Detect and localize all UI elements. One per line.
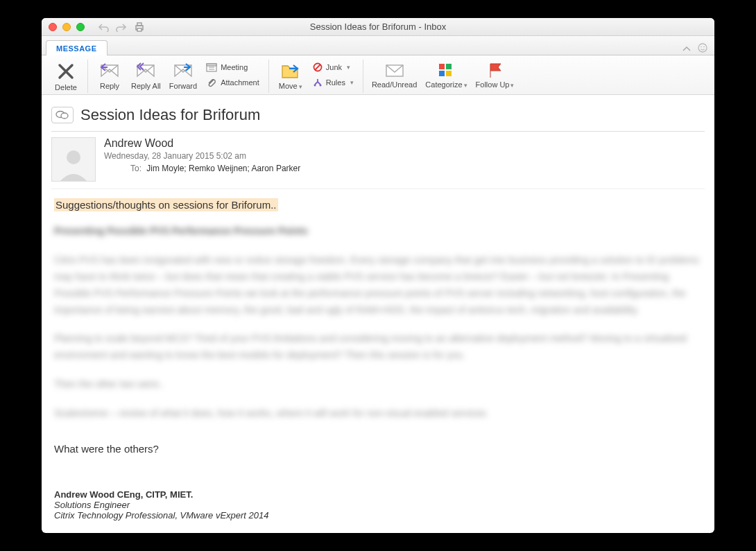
window-title: Session Ideas for Briforum - Inbox bbox=[310, 21, 447, 32]
reply-button[interactable]: Reply bbox=[92, 60, 127, 91]
message-date: Wednesday, 28 January 2015 5:02 am bbox=[104, 151, 300, 161]
to-label: To: bbox=[130, 164, 141, 173]
conversation-icon[interactable] bbox=[51, 107, 74, 123]
highlighted-text: Suggestions/thoughts on sessions for Bri… bbox=[54, 198, 278, 211]
junk-button[interactable]: Junk▾ bbox=[311, 61, 356, 73]
svg-rect-17 bbox=[439, 71, 445, 76]
blurred-paragraph: Scalextreme – review of what it does, ho… bbox=[54, 405, 702, 422]
svg-rect-15 bbox=[439, 64, 445, 69]
signature-title: Solutions Engineer bbox=[54, 500, 702, 510]
print-icon[interactable] bbox=[133, 21, 146, 33]
svg-point-3 bbox=[698, 44, 707, 52]
svg-point-13 bbox=[319, 85, 321, 87]
meeting-label: Meeting bbox=[221, 63, 248, 71]
read-unread-button[interactable]: Read/Unread bbox=[368, 60, 421, 90]
forward-label: Forward bbox=[169, 82, 197, 90]
attachment-label: Attachment bbox=[221, 78, 259, 87]
rules-label: Rules bbox=[326, 78, 345, 87]
redo-icon[interactable] bbox=[115, 21, 128, 33]
svg-point-4 bbox=[701, 46, 702, 48]
delete-label: Delete bbox=[55, 83, 77, 91]
svg-rect-7 bbox=[207, 64, 216, 66]
svg-point-5 bbox=[703, 46, 705, 48]
reply-all-label: Reply All bbox=[131, 82, 161, 90]
smiley-icon[interactable] bbox=[698, 43, 707, 55]
question-text: What were the others? bbox=[54, 443, 702, 455]
forward-button[interactable]: Forward bbox=[165, 60, 201, 91]
meeting-button[interactable]: Meeting bbox=[204, 61, 261, 73]
subject-text: Session Ideas for Briforum bbox=[80, 106, 260, 124]
blurred-heading: Presenting Possible PVS Performance Pres… bbox=[54, 223, 702, 240]
sender-avatar bbox=[51, 137, 96, 182]
categorize-button[interactable]: Categorize▾ bbox=[421, 60, 471, 90]
titlebar: Session Ideas for Briforum - Inbox bbox=[42, 18, 714, 36]
junk-label: Junk bbox=[326, 63, 342, 71]
minimize-button[interactable] bbox=[62, 23, 71, 31]
svg-rect-18 bbox=[446, 71, 452, 76]
sender-name: Andrew Wood bbox=[104, 137, 300, 150]
read-unread-label: Read/Unread bbox=[372, 80, 417, 89]
blurred-paragraph: Then the other two were.. bbox=[54, 376, 702, 393]
attachment-button[interactable]: Attachment bbox=[204, 76, 261, 89]
svg-line-11 bbox=[315, 64, 320, 70]
delete-button[interactable]: Delete bbox=[49, 60, 83, 93]
window-controls bbox=[42, 23, 85, 31]
recipients-list: Jim Moyle; Remko Weijnen; Aaron Parker bbox=[146, 164, 300, 173]
categorize-label: Categorize▾ bbox=[425, 80, 467, 89]
move-button[interactable]: Move▾ bbox=[273, 60, 308, 91]
collapse-ribbon-icon[interactable] bbox=[682, 44, 691, 54]
undo-icon[interactable] bbox=[97, 21, 110, 33]
follow-up-label: Follow Up▾ bbox=[476, 80, 515, 89]
svg-rect-1 bbox=[137, 23, 141, 26]
svg-point-20 bbox=[61, 113, 68, 119]
svg-point-12 bbox=[313, 85, 316, 87]
signature-block: Andrew Wood CEng, CITP, MIET. Solutions … bbox=[54, 489, 702, 521]
message-content: Session Ideas for Briforum Andrew Wood W… bbox=[42, 95, 714, 532]
ribbon: Delete Reply Reply All Forward Meeting bbox=[42, 55, 714, 95]
svg-rect-2 bbox=[137, 28, 141, 31]
svg-rect-16 bbox=[446, 64, 452, 69]
follow-up-button[interactable]: Follow Up▾ bbox=[472, 60, 519, 90]
blurred-paragraph: Citrix PVS has been invigorated with new… bbox=[54, 252, 702, 318]
tab-message[interactable]: MESSAGE bbox=[46, 40, 108, 55]
move-label: Move▾ bbox=[279, 82, 302, 90]
message-body: Suggestions/thoughts on sessions for Bri… bbox=[51, 199, 705, 520]
zoom-button[interactable] bbox=[76, 23, 85, 31]
mail-window: Session Ideas for Briforum - Inbox MESSA… bbox=[42, 18, 714, 532]
tab-bar: MESSAGE bbox=[42, 36, 714, 55]
rules-button[interactable]: Rules▾ bbox=[311, 76, 356, 89]
blurred-paragraph: Planning to scale beyond MCS? Tired of y… bbox=[54, 331, 702, 364]
reply-label: Reply bbox=[100, 82, 119, 90]
svg-point-21 bbox=[67, 150, 80, 164]
reply-all-button[interactable]: Reply All bbox=[127, 60, 165, 91]
recipients-line: To: Jim Moyle; Remko Weijnen; Aaron Park… bbox=[104, 164, 300, 173]
close-button[interactable] bbox=[49, 23, 57, 31]
signature-credentials: Citrix Technology Professional, VMware v… bbox=[54, 510, 702, 521]
signature-name: Andrew Wood CEng, CITP, MIET. bbox=[54, 489, 702, 500]
